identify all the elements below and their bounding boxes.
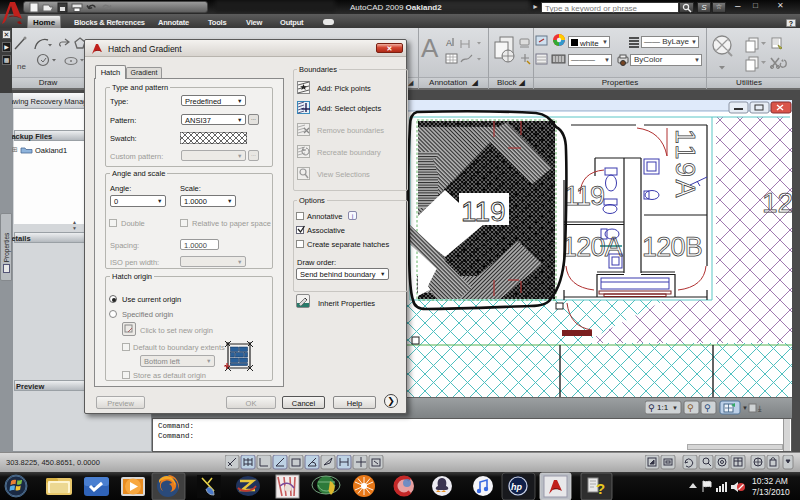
svg-text:hp: hp: [511, 482, 522, 492]
svg-text:12: 12: [762, 187, 792, 218]
svg-text:1:1: 1:1: [657, 403, 669, 412]
svg-text:⚲: ⚲: [704, 403, 711, 413]
svg-text:⚲: ⚲: [648, 403, 655, 413]
svg-text:120A: 120A: [562, 232, 623, 262]
svg-text:⤓: ⤓: [758, 404, 762, 413]
svg-text:119: 119: [564, 181, 604, 211]
svg-text:119A: 119A: [670, 129, 700, 200]
svg-text:?: ?: [596, 480, 605, 497]
svg-text:▼: ▼: [742, 405, 748, 411]
svg-text:▼: ▼: [672, 405, 678, 411]
svg-text:119: 119: [461, 196, 506, 227]
svg-text:10:32 AM: 10:32 AM: [752, 476, 788, 486]
svg-text:ne: ne: [17, 62, 26, 71]
svg-text:7/13/2010: 7/13/2010: [752, 487, 790, 497]
svg-text:120B: 120B: [642, 232, 702, 262]
svg-text:⚲: ⚲: [687, 403, 694, 413]
svg-text:A: A: [446, 38, 452, 48]
